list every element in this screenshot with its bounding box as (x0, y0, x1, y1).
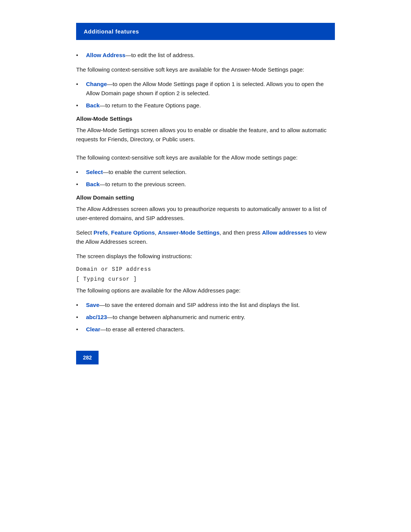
prefs-link[interactable]: Prefs (94, 229, 108, 236)
page-number-box: 282 (76, 351, 99, 364)
back2-link[interactable]: Back (86, 181, 100, 187)
page-container: Additional features • Allow Address—to e… (68, 23, 342, 364)
screen-instructions: The screen displays the following instru… (76, 252, 335, 261)
context-intro-text: The following context-sensitive soft key… (76, 65, 335, 74)
allow-address-suffix: —to edit the list of address. (126, 52, 195, 58)
back2-suffix: —to return to the previous screen. (100, 181, 186, 187)
bullet-dot-5: • (76, 180, 83, 189)
clear-suffix: —to erase all entered characters. (100, 326, 185, 332)
back2-item: • Back—to return to the previous screen. (76, 180, 335, 189)
bullet-dot-7: • (76, 313, 83, 322)
bullet-dot-8: • (76, 325, 83, 334)
clear-item-text: Clear—to erase all entered characters. (86, 325, 185, 334)
change-suffix: —to open the Allow Mode Settings page if… (86, 81, 324, 96)
save-item-text: Save—to save the entered domain and SIP … (86, 300, 300, 310)
abc-suffix: —to change between alphanumeric and nume… (107, 314, 245, 320)
clear-link[interactable]: Clear (86, 326, 100, 332)
allow-address-item: • Allow Address—to edit the list of addr… (76, 51, 335, 60)
allow-mode-body: The Allow-Mode Settings screen allows yo… (76, 126, 335, 144)
bullet-dot-2: • (76, 80, 83, 89)
banner-title: Additional features (84, 28, 139, 35)
monospace-cursor: [ Typing cursor ] (76, 276, 335, 282)
select-prefs-paragraph: Select Prefs, Feature Options, Answer-Mo… (76, 228, 335, 246)
abc-item-text: abc/123—to change between alphanumeric a… (86, 313, 245, 322)
allow-address-text: Allow Address—to edit the list of addres… (86, 51, 194, 60)
select-back-list: • Select—to enable the current selection… (76, 168, 335, 189)
change-link[interactable]: Change (86, 81, 107, 87)
clear-item: • Clear—to erase all entered characters. (76, 325, 335, 334)
back2-item-text: Back—to return to the previous screen. (86, 180, 186, 189)
select-item-text: Select—to enable the current selection. (86, 168, 186, 177)
abc-item: • abc/123—to change between alphanumeric… (76, 313, 335, 322)
allow-address-list: • Allow Address—to edit the list of addr… (76, 51, 335, 60)
comma1: , (108, 229, 111, 236)
save-suffix: —to save the entered domain and SIP addr… (99, 302, 300, 308)
abc-link[interactable]: abc/123 (86, 314, 107, 320)
allow-mode-heading: Allow-Mode Settings (76, 115, 335, 122)
feature-options-link[interactable]: Feature Options (111, 229, 155, 236)
bullet-dot-4: • (76, 168, 83, 177)
change-item-text: Change—to open the Allow Mode Settings p… (86, 80, 335, 98)
allow-domain-body: The Allow Addresses screen allows you to… (76, 204, 335, 223)
select-suffix: —to enable the current selection. (103, 169, 186, 175)
options-intro: The following options are available for … (76, 286, 335, 295)
back-item: • Back—to return to the Feature Options … (76, 101, 335, 110)
bullet-dot-1: • (76, 51, 83, 60)
change-item: • Change—to open the Allow Mode Settings… (76, 80, 335, 98)
select-prefs-intro: Select (76, 229, 94, 236)
bullet-dot-6: • (76, 300, 83, 310)
allow-addresses-link[interactable]: Allow addresses (262, 229, 307, 236)
allow-mode-context: The following context-sensitive soft key… (76, 153, 335, 162)
answer-mode-link[interactable]: Answer-Mode Settings (158, 229, 220, 236)
back-link[interactable]: Back (86, 102, 100, 109)
save-link[interactable]: Save (86, 302, 99, 308)
allow-domain-heading: Allow Domain setting (76, 194, 335, 201)
save-item: • Save—to save the entered domain and SI… (76, 300, 335, 310)
page-number: 282 (83, 355, 92, 361)
change-back-list: • Change—to open the Allow Mode Settings… (76, 80, 335, 110)
select-link[interactable]: Select (86, 169, 103, 175)
header-banner: Additional features (76, 23, 335, 40)
back-item-text: Back—to return to the Feature Options pa… (86, 101, 201, 110)
comma2: , (155, 229, 158, 236)
select-item: • Select—to enable the current selection… (76, 168, 335, 177)
select-prefs-mid: , and then press (220, 229, 262, 236)
allow-address-link[interactable]: Allow Address (86, 52, 126, 58)
back-suffix: —to return to the Feature Options page. (100, 102, 201, 109)
options-list: • Save—to save the entered domain and SI… (76, 300, 335, 334)
monospace-domain: Domain or SIP address (76, 266, 335, 272)
bullet-dot-3: • (76, 101, 83, 110)
